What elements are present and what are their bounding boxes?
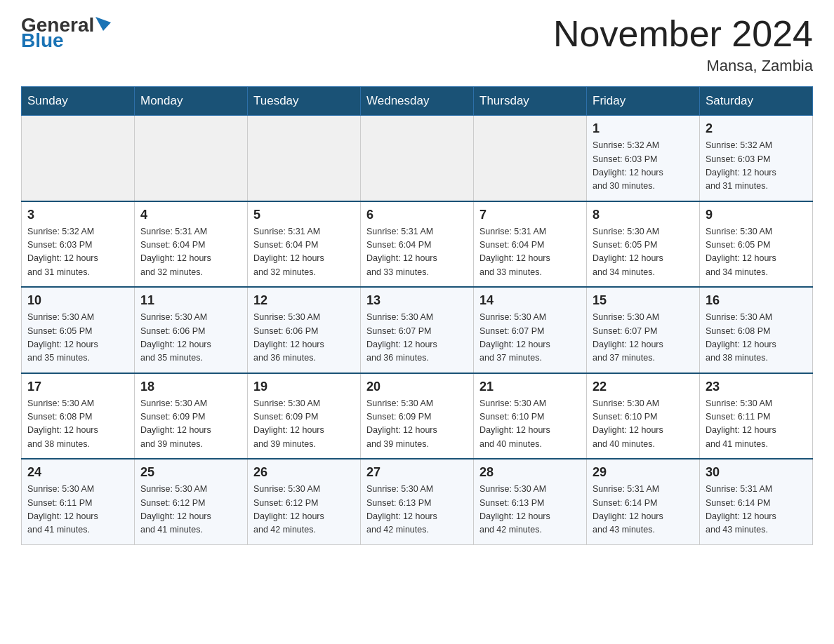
calendar-cell <box>248 116 361 201</box>
day-info: Sunrise: 5:30 AMSunset: 6:11 PMDaylight:… <box>706 397 807 452</box>
day-number: 11 <box>140 293 241 308</box>
day-info: Sunrise: 5:30 AMSunset: 6:06 PMDaylight:… <box>253 311 355 365</box>
day-info: Sunrise: 5:30 AMSunset: 6:09 PMDaylight:… <box>253 397 355 452</box>
day-number: 23 <box>706 380 807 394</box>
day-number: 14 <box>479 293 581 308</box>
calendar-cell: 27Sunrise: 5:30 AMSunset: 6:13 PMDayligh… <box>361 459 474 544</box>
weekday-header-row: Sunday Monday Tuesday Wednesday Thursday… <box>22 87 813 116</box>
day-info: Sunrise: 5:30 AMSunset: 6:13 PMDaylight:… <box>479 483 581 537</box>
day-number: 17 <box>27 380 128 394</box>
logo-blue-text: Blue <box>21 29 64 52</box>
calendar-cell: 10Sunrise: 5:30 AMSunset: 6:05 PMDayligh… <box>22 287 135 373</box>
day-number: 5 <box>253 208 355 222</box>
calendar-cell: 14Sunrise: 5:30 AMSunset: 6:07 PMDayligh… <box>474 287 587 373</box>
day-info: Sunrise: 5:30 AMSunset: 6:09 PMDaylight:… <box>366 397 468 452</box>
day-info: Sunrise: 5:31 AMSunset: 6:04 PMDaylight:… <box>140 225 241 280</box>
day-info: Sunrise: 5:30 AMSunset: 6:05 PMDaylight:… <box>706 225 807 280</box>
calendar-cell: 2Sunrise: 5:32 AMSunset: 6:03 PMDaylight… <box>700 116 813 201</box>
day-info: Sunrise: 5:31 AMSunset: 6:04 PMDaylight:… <box>366 225 468 280</box>
calendar-cell: 29Sunrise: 5:31 AMSunset: 6:14 PMDayligh… <box>587 459 700 544</box>
day-number: 2 <box>706 121 807 136</box>
calendar-table: Sunday Monday Tuesday Wednesday Thursday… <box>21 86 813 545</box>
header-tuesday: Tuesday <box>248 87 361 116</box>
calendar-cell <box>135 116 248 201</box>
day-info: Sunrise: 5:30 AMSunset: 6:13 PMDaylight:… <box>366 483 468 537</box>
day-info: Sunrise: 5:30 AMSunset: 6:12 PMDaylight:… <box>140 483 241 537</box>
header-saturday: Saturday <box>700 87 813 116</box>
calendar-cell <box>361 116 474 201</box>
day-info: Sunrise: 5:32 AMSunset: 6:03 PMDaylight:… <box>27 225 128 280</box>
calendar-cell: 4Sunrise: 5:31 AMSunset: 6:04 PMDaylight… <box>135 201 248 288</box>
calendar-cell: 11Sunrise: 5:30 AMSunset: 6:06 PMDayligh… <box>135 287 248 373</box>
title-block: November 2024 Mansa, Zambia <box>553 14 813 75</box>
calendar-cell: 15Sunrise: 5:30 AMSunset: 6:07 PMDayligh… <box>587 287 700 373</box>
day-number: 21 <box>479 380 581 394</box>
day-info: Sunrise: 5:30 AMSunset: 6:07 PMDaylight:… <box>593 311 694 365</box>
logo: General Blue <box>21 14 111 52</box>
day-info: Sunrise: 5:30 AMSunset: 6:10 PMDaylight:… <box>593 397 694 452</box>
day-number: 15 <box>593 293 694 308</box>
calendar-cell: 20Sunrise: 5:30 AMSunset: 6:09 PMDayligh… <box>361 373 474 459</box>
svg-marker-0 <box>95 17 111 31</box>
day-info: Sunrise: 5:31 AMSunset: 6:14 PMDaylight:… <box>706 483 807 537</box>
day-info: Sunrise: 5:32 AMSunset: 6:03 PMDaylight:… <box>706 139 807 194</box>
calendar-cell: 6Sunrise: 5:31 AMSunset: 6:04 PMDaylight… <box>361 201 474 288</box>
day-info: Sunrise: 5:30 AMSunset: 6:08 PMDaylight:… <box>706 311 807 365</box>
day-number: 6 <box>366 208 468 222</box>
calendar-cell: 19Sunrise: 5:30 AMSunset: 6:09 PMDayligh… <box>248 373 361 459</box>
day-info: Sunrise: 5:32 AMSunset: 6:03 PMDaylight:… <box>593 139 694 194</box>
header-friday: Friday <box>587 87 700 116</box>
calendar-cell: 7Sunrise: 5:31 AMSunset: 6:04 PMDaylight… <box>474 201 587 288</box>
header-thursday: Thursday <box>474 87 587 116</box>
header-wednesday: Wednesday <box>361 87 474 116</box>
day-info: Sunrise: 5:30 AMSunset: 6:12 PMDaylight:… <box>253 483 355 537</box>
calendar-cell: 26Sunrise: 5:30 AMSunset: 6:12 PMDayligh… <box>248 459 361 544</box>
day-number: 9 <box>706 208 807 222</box>
calendar-cell: 22Sunrise: 5:30 AMSunset: 6:10 PMDayligh… <box>587 373 700 459</box>
calendar-cell: 3Sunrise: 5:32 AMSunset: 6:03 PMDaylight… <box>22 201 135 288</box>
day-info: Sunrise: 5:30 AMSunset: 6:11 PMDaylight:… <box>27 483 128 537</box>
day-info: Sunrise: 5:30 AMSunset: 6:06 PMDaylight:… <box>140 311 241 365</box>
calendar-cell <box>22 116 135 201</box>
calendar-cell: 30Sunrise: 5:31 AMSunset: 6:14 PMDayligh… <box>700 459 813 544</box>
day-number: 25 <box>140 465 241 480</box>
day-number: 3 <box>27 208 128 222</box>
day-number: 20 <box>366 380 468 394</box>
page-header: General Blue November 2024 Mansa, Zambia <box>21 14 813 75</box>
day-number: 13 <box>366 293 468 308</box>
calendar-cell: 12Sunrise: 5:30 AMSunset: 6:06 PMDayligh… <box>248 287 361 373</box>
day-number: 30 <box>706 465 807 480</box>
calendar-cell <box>474 116 587 201</box>
day-number: 24 <box>27 465 128 480</box>
calendar-cell: 24Sunrise: 5:30 AMSunset: 6:11 PMDayligh… <box>22 459 135 544</box>
calendar-title: November 2024 <box>553 14 813 54</box>
header-monday: Monday <box>135 87 248 116</box>
day-info: Sunrise: 5:30 AMSunset: 6:05 PMDaylight:… <box>593 225 694 280</box>
calendar-week-row: 1Sunrise: 5:32 AMSunset: 6:03 PMDaylight… <box>22 116 813 201</box>
day-number: 7 <box>479 208 581 222</box>
calendar-week-row: 10Sunrise: 5:30 AMSunset: 6:05 PMDayligh… <box>22 287 813 373</box>
calendar-cell: 17Sunrise: 5:30 AMSunset: 6:08 PMDayligh… <box>22 373 135 459</box>
calendar-location: Mansa, Zambia <box>553 57 813 75</box>
day-number: 4 <box>140 208 241 222</box>
calendar-cell: 25Sunrise: 5:30 AMSunset: 6:12 PMDayligh… <box>135 459 248 544</box>
calendar-week-row: 3Sunrise: 5:32 AMSunset: 6:03 PMDaylight… <box>22 201 813 288</box>
day-info: Sunrise: 5:30 AMSunset: 6:07 PMDaylight:… <box>366 311 468 365</box>
day-number: 12 <box>253 293 355 308</box>
day-number: 18 <box>140 380 241 394</box>
calendar-week-row: 17Sunrise: 5:30 AMSunset: 6:08 PMDayligh… <box>22 373 813 459</box>
day-number: 27 <box>366 465 468 480</box>
calendar-cell: 16Sunrise: 5:30 AMSunset: 6:08 PMDayligh… <box>700 287 813 373</box>
day-number: 8 <box>593 208 694 222</box>
calendar-cell: 5Sunrise: 5:31 AMSunset: 6:04 PMDaylight… <box>248 201 361 288</box>
calendar-cell: 21Sunrise: 5:30 AMSunset: 6:10 PMDayligh… <box>474 373 587 459</box>
header-sunday: Sunday <box>22 87 135 116</box>
calendar-cell: 18Sunrise: 5:30 AMSunset: 6:09 PMDayligh… <box>135 373 248 459</box>
day-number: 29 <box>593 465 694 480</box>
day-number: 19 <box>253 380 355 394</box>
calendar-cell: 1Sunrise: 5:32 AMSunset: 6:03 PMDaylight… <box>587 116 700 201</box>
logo-arrow-icon <box>95 17 111 31</box>
day-number: 10 <box>27 293 128 308</box>
day-number: 26 <box>253 465 355 480</box>
day-info: Sunrise: 5:31 AMSunset: 6:14 PMDaylight:… <box>593 483 694 537</box>
